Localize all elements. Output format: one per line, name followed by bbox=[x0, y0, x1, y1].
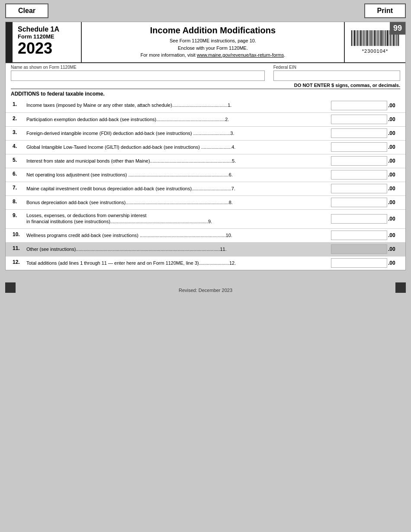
svg-rect-10 bbox=[366, 30, 368, 46]
line-input-5[interactable] bbox=[331, 156, 387, 166]
svg-rect-16 bbox=[376, 30, 377, 46]
line-input-area-3: .00 bbox=[328, 127, 405, 140]
svg-rect-5 bbox=[359, 30, 360, 46]
svg-rect-6 bbox=[360, 30, 362, 46]
line-input-2[interactable] bbox=[331, 115, 387, 124]
line-num-5: 5. bbox=[6, 154, 23, 168]
line-num-7: 7. bbox=[6, 182, 23, 195]
line-input-area-8: .00 bbox=[328, 196, 405, 209]
line-row-2: 2. Participation exemption deduction add… bbox=[6, 112, 405, 126]
header-center: Income Addition Modifications See Form 1… bbox=[82, 22, 345, 62]
line-num-4: 4. bbox=[6, 141, 23, 154]
form-container: Schedule 1A Form 1120ME 2023 Income Addi… bbox=[5, 22, 406, 270]
line-desc-6: Net operating loss adjustment (see instr… bbox=[23, 168, 328, 182]
form-header: Schedule 1A Form 1120ME 2023 Income Addi… bbox=[6, 22, 405, 63]
line-row-11: 11. Other (see instructions)............… bbox=[6, 242, 405, 256]
line-input-12[interactable] bbox=[331, 258, 387, 268]
svg-rect-18 bbox=[379, 30, 380, 46]
line-row-3: 3. Foreign-derived intangible income (FD… bbox=[6, 126, 405, 140]
line-num-11: 11. bbox=[6, 243, 23, 256]
line-input-4[interactable] bbox=[331, 142, 387, 152]
line-input-10[interactable] bbox=[331, 231, 387, 240]
lines-section: 1. Income taxes (imposed by Maine or any… bbox=[6, 99, 405, 270]
svg-rect-15 bbox=[374, 30, 376, 46]
bottom-footer: Revised: December 2023 bbox=[0, 279, 411, 296]
line-row-8: 8. Bonus depreciation add-back (see inst… bbox=[6, 195, 405, 209]
line-row-5: 5. Interest from state and municipal bon… bbox=[6, 154, 405, 168]
line-input-area-11: .00 bbox=[328, 243, 405, 256]
line-input-area-4: .00 bbox=[328, 141, 405, 154]
line-desc-7: Maine capital investment credit bonus de… bbox=[23, 182, 328, 195]
svg-rect-1 bbox=[353, 30, 353, 46]
ein-label: Federal EIN bbox=[273, 65, 400, 70]
cents-8: .00 bbox=[388, 199, 395, 205]
line-desc-3: Foreign-derived intangible income (FDII)… bbox=[23, 127, 328, 140]
additions-header: ADDITIONS to federal taxable income. bbox=[6, 89, 405, 99]
svg-rect-3 bbox=[356, 30, 356, 46]
line-input-8[interactable] bbox=[331, 198, 387, 207]
page-wrapper: Clear Print Schedule 1A Form 1120ME 2023… bbox=[0, 0, 411, 532]
top-bar: Clear Print bbox=[0, 0, 411, 22]
svg-rect-21 bbox=[384, 30, 385, 46]
page-number: 99 bbox=[390, 22, 405, 35]
form-number: Form 1120ME bbox=[18, 33, 76, 40]
line-input-6[interactable] bbox=[331, 170, 387, 179]
barcode-number: *2300104* bbox=[362, 48, 388, 54]
do-not-enter-notice: DO NOT ENTER $ signs, commas, or decimal… bbox=[6, 81, 405, 89]
year-display: 2023 bbox=[18, 41, 76, 56]
name-section: Name as shown on Form 1120ME bbox=[11, 65, 265, 81]
clear-button[interactable]: Clear bbox=[5, 3, 48, 18]
line-input-11[interactable] bbox=[331, 244, 387, 254]
svg-rect-22 bbox=[385, 30, 386, 46]
main-title: Income Addition Modifications bbox=[89, 26, 337, 35]
line-row-7: 7. Maine capital investment credit bonus… bbox=[6, 182, 405, 195]
line-input-area-6: .00 bbox=[328, 168, 405, 182]
cents-2: .00 bbox=[388, 116, 395, 122]
line-row-10: 10. Wellness programs credit add-back (s… bbox=[6, 228, 405, 242]
subtitle-link[interactable]: www.maine.gov/revenue/tax-return-forms bbox=[197, 52, 284, 58]
print-button[interactable]: Print bbox=[364, 3, 406, 18]
line-input-7[interactable] bbox=[331, 184, 387, 193]
cents-4: .00 bbox=[388, 144, 395, 150]
line-row-9: 9. Losses, expenses, or deductions from … bbox=[6, 209, 405, 228]
line-input-area-9: .00 bbox=[328, 210, 405, 228]
ein-input[interactable] bbox=[273, 71, 400, 81]
line-desc-2: Participation exemption deduction add-ba… bbox=[23, 113, 328, 126]
svg-rect-11 bbox=[369, 30, 369, 46]
name-ein-row: Name as shown on Form 1120ME Federal EIN bbox=[6, 63, 405, 81]
name-label: Name as shown on Form 1120ME bbox=[11, 65, 265, 70]
svg-rect-4 bbox=[357, 30, 358, 46]
name-input[interactable] bbox=[11, 71, 265, 81]
line-desc-10: Wellness programs credit add-back (see i… bbox=[23, 229, 328, 242]
line-num-8: 8. bbox=[6, 196, 23, 209]
svg-rect-19 bbox=[380, 30, 382, 46]
line-input-9[interactable] bbox=[331, 214, 387, 224]
line-desc-5: Interest from state and municipal bonds … bbox=[23, 154, 328, 168]
line-input-area-10: .00 bbox=[328, 229, 405, 242]
footer-square-left bbox=[5, 282, 16, 293]
cents-1: .00 bbox=[388, 103, 395, 109]
cents-3: .00 bbox=[388, 130, 395, 136]
svg-rect-17 bbox=[378, 30, 379, 46]
cents-6: .00 bbox=[388, 172, 395, 178]
line-input-area-5: .00 bbox=[328, 154, 405, 168]
line-num-2: 2. bbox=[6, 113, 23, 126]
line-desc-8: Bonus depreciation add-back (see instruc… bbox=[23, 196, 328, 209]
svg-rect-23 bbox=[387, 30, 389, 46]
line-input-area-2: .00 bbox=[328, 113, 405, 126]
svg-rect-9 bbox=[365, 30, 366, 46]
header-black-bar bbox=[6, 22, 13, 62]
cents-11: .00 bbox=[388, 246, 395, 252]
svg-rect-20 bbox=[382, 30, 383, 46]
svg-rect-12 bbox=[370, 30, 371, 46]
footer-revised: Revised: December 2023 bbox=[179, 288, 232, 293]
line-num-6: 6. bbox=[6, 168, 23, 182]
cents-7: .00 bbox=[388, 186, 395, 192]
svg-rect-8 bbox=[363, 30, 364, 46]
svg-rect-13 bbox=[371, 30, 372, 46]
line-input-3[interactable] bbox=[331, 128, 387, 138]
line-input-1[interactable] bbox=[331, 101, 387, 110]
cents-5: .00 bbox=[388, 158, 395, 164]
line-num-3: 3. bbox=[6, 127, 23, 140]
line-desc-12: Total additions (add lines 1 through 11 … bbox=[23, 256, 328, 270]
